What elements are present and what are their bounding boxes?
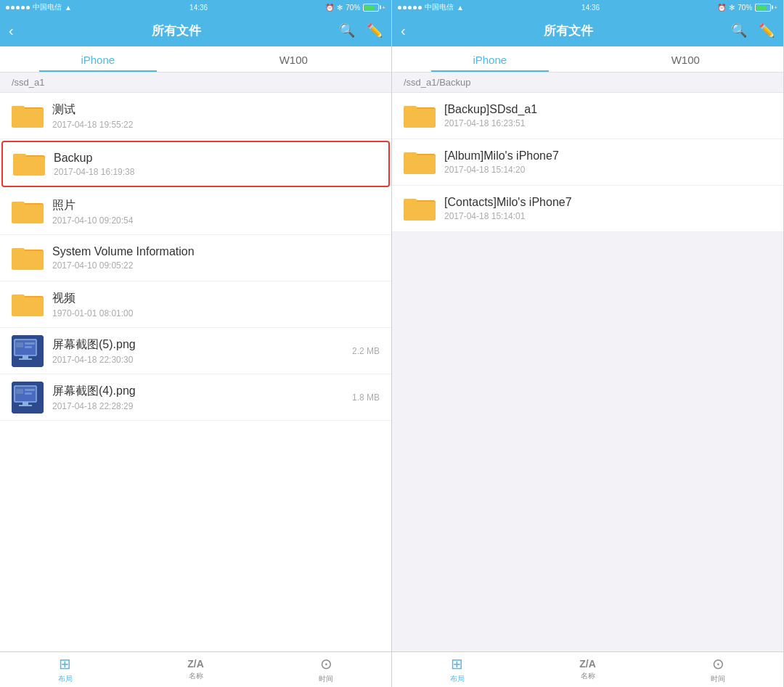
right-back-button[interactable]: ‹ [401,22,406,39]
left-bottom-tab-bar: ⊞ 布局 Z/A 名称 ⊙ 时间 [0,651,391,687]
right-alarm-icon: ⏰ [717,4,726,12]
file-name-screenshot5: 屏幕截图(5).png [52,337,352,353]
right-battery-fill [756,5,766,10]
bottom-tab-name-right[interactable]: Z/A 名称 [523,658,653,681]
right-back-chevron-icon: ‹ [401,22,406,39]
edit-icon[interactable]: ✏️ [367,22,383,38]
file-name-backup: Backup [54,152,378,165]
file-item-video[interactable]: 视频 1970-01-01 08:01:00 [0,281,391,328]
file-item-album-milo[interactable]: [Album]Milo's iPhone7 2017-04-18 15:14:2… [392,139,783,186]
time-icon-right: ⊙ [712,655,724,672]
file-name-photos: 照片 [52,198,380,213]
left-tab-bar: iPhone W100 [0,46,391,73]
tab-iphone-right[interactable]: iPhone [392,46,588,72]
file-size-screenshot4: 1.8 MB [352,392,380,403]
battery-icon [363,4,379,12]
search-icon[interactable]: 🔍 [339,22,355,38]
svg-rect-29 [16,389,23,394]
svg-rect-22 [25,342,35,345]
svg-rect-28 [19,405,32,406]
back-chevron-icon: ‹ [9,22,14,39]
empty-area [392,232,783,522]
bottom-tab-layout-right[interactable]: ⊞ 布局 [392,655,523,684]
file-date-sysvolinfo: 2017-04-10 09:05:22 [52,260,380,271]
right-edit-icon[interactable]: ✏️ [759,22,775,38]
left-status-bar: 中国电信 ▲ 14:36 ⏰ ✻ 70% + [0,0,391,15]
bottom-tab-layout-left[interactable]: ⊞ 布局 [0,655,131,684]
right-status-bar: 中国电信 ▲ 14:36 ⏰ ✻ 70% + [392,0,783,15]
right-bottom-tab-bar: ⊞ 布局 Z/A 名称 ⊙ 时间 [392,651,783,687]
right-nav-bar: ‹ 所有文件 🔍 ✏️ [392,15,783,46]
file-info-ceshi: 测试 2017-04-18 19:55:22 [52,102,380,130]
right-search-icon[interactable]: 🔍 [731,22,747,38]
file-name-video: 视频 [52,291,380,306]
thumbnail-icon-screenshot4 [12,383,44,412]
file-item-ceshi[interactable]: 测试 2017-04-18 19:55:22 [0,93,391,139]
time-display: 14:36 [189,4,208,12]
left-nav-bar: ‹ 所有文件 🔍 ✏️ [0,15,391,46]
layout-icon-right: ⊞ [451,655,463,672]
file-item-backup-sd[interactable]: [Backup]SDsd_a1 2017-04-18 16:23:51 [392,93,783,139]
status-right: ⏰ ✻ 70% + [325,4,385,12]
right-path-text: /ssd_a1/Backup [404,77,471,88]
file-size-screenshot5: 2.2 MB [352,346,380,356]
file-item-backup[interactable]: Backup 2017-04-18 16:19:38 [1,141,390,187]
right-battery-percent: 70% [738,4,752,12]
file-info-screenshot5: 屏幕截图(5).png 2017-04-18 22:30:30 [52,337,352,365]
name-label-left: 名称 [189,671,203,681]
svg-rect-31 [25,392,32,395]
status-left: 中国电信 ▲ [6,2,72,12]
file-date-backup: 2017-04-18 16:19:38 [54,167,378,177]
signal-dots [6,6,30,9]
file-date-screenshot5: 2017-04-18 22:30:30 [52,355,352,365]
left-path-bar: /ssd_a1 [0,73,391,93]
file-item-screenshot5[interactable]: 屏幕截图(5).png 2017-04-18 22:30:30 2.2 MB [0,328,391,374]
back-button[interactable]: ‹ [9,22,14,39]
tab-w100-right[interactable]: W100 [588,46,784,72]
right-wifi-icon: ▲ [457,4,464,12]
right-file-list: [Backup]SDsd_a1 2017-04-18 16:23:51 [Alb… [392,93,783,651]
svg-rect-27 [23,402,28,405]
file-name-sysvolinfo: System Volume Information [52,245,380,258]
layout-label-left: 布局 [58,674,73,684]
bottom-tab-name-left[interactable]: Z/A 名称 [131,658,261,681]
svg-rect-37 [404,155,436,174]
svg-rect-19 [23,355,28,358]
file-date-backup-sd: 2017-04-18 16:23:51 [444,118,772,128]
file-info-screenshot4: 屏幕截图(4).png 2017-04-18 22:28:29 [52,384,352,411]
svg-rect-20 [19,358,32,360]
file-item-contacts-milo[interactable]: [Contacts]Milo's iPhone7 2017-04-18 15:1… [392,186,783,232]
file-item-sysvolinfo[interactable]: System Volume Information 2017-04-10 09:… [0,235,391,281]
tab-w100-left[interactable]: W100 [196,46,392,72]
svg-rect-3 [12,109,44,128]
folder-icon-photos [12,197,44,226]
layout-label-right: 布局 [450,674,465,684]
file-info-backup: Backup 2017-04-18 16:19:38 [54,152,378,177]
right-carrier-name: 中国电信 [425,2,454,12]
file-info-album-milo: [Album]Milo's iPhone7 2017-04-18 15:14:2… [444,149,772,175]
folder-icon-ceshi [12,102,44,131]
right-tab-bar: iPhone W100 [392,46,783,73]
file-item-screenshot4[interactable]: 屏幕截图(4).png 2017-04-18 22:28:29 1.8 MB [0,374,391,421]
folder-icon-backup [13,149,45,178]
file-info-backup-sd: [Backup]SDsd_a1 2017-04-18 16:23:51 [444,103,772,128]
right-bluetooth-icon: ✻ [729,4,735,12]
right-status-right: ⏰ ✻ 70% + [717,4,777,12]
time-label-right: 时间 [711,674,725,684]
file-item-photos[interactable]: 照片 2017-04-10 09:20:54 [0,189,391,235]
file-date-photos: 2017-04-10 09:20:54 [52,215,380,226]
carrier-name: 中国电信 [33,2,62,12]
time-label-left: 时间 [319,674,333,684]
svg-rect-40 [404,202,436,221]
tab-iphone-left[interactable]: iPhone [0,46,196,72]
name-icon-right: Z/A [579,658,596,670]
svg-rect-30 [25,389,35,391]
folder-icon-contacts-milo [404,194,436,223]
svg-rect-12 [12,251,44,270]
bottom-tab-time-left[interactable]: ⊙ 时间 [261,655,391,684]
wifi-icon: ▲ [65,4,72,12]
right-status-left: 中国电信 ▲ [398,2,464,12]
file-date-contacts-milo: 2017-04-18 15:14:01 [444,211,772,221]
file-date-ceshi: 2017-04-18 19:55:22 [52,120,380,130]
bottom-tab-time-right[interactable]: ⊙ 时间 [653,655,783,684]
